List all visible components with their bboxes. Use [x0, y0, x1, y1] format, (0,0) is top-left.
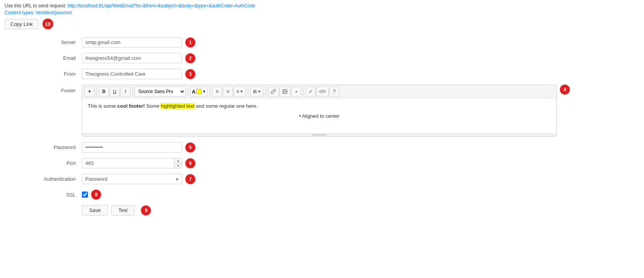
bold-btn[interactable]: B: [99, 86, 109, 97]
footer-bullet-line: • Aligned to center: [88, 110, 551, 122]
source-code-btn[interactable]: </>: [316, 86, 328, 97]
table-btn[interactable]: ⊞▼: [250, 86, 264, 97]
authentication-select-wrapper: Password None NTLM GSSAPI DIGEST-MD5 CRA…: [82, 174, 182, 184]
toolbar-separator-6: [266, 88, 266, 95]
magic-toolbar-btn[interactable]: ✦: [85, 86, 95, 97]
url-info-row: Use this URL to send request: http://loc…: [5, 3, 639, 8]
list-unordered-btn[interactable]: ≡: [212, 86, 222, 97]
port-spinners: ▲ ▼: [174, 158, 182, 168]
from-input[interactable]: [82, 69, 182, 79]
link-btn[interactable]: [268, 86, 279, 97]
password-label: Password: [12, 144, 82, 150]
footer-line-1: This is some cool footer! Some highlight…: [88, 102, 551, 110]
bullet-text: Aligned to center: [302, 113, 340, 119]
footer-editor: ✦ B U I Source Sans Pro Arial Times New …: [82, 85, 557, 137]
copy-link-button[interactable]: Copy Link: [5, 19, 39, 29]
content-types-label: Content types:: [5, 10, 34, 15]
ssl-checkbox-row: [82, 192, 88, 198]
badge-5: 5: [185, 142, 195, 153]
toolbar-separator-3: [188, 88, 188, 95]
copy-link-row: Copy Link 10: [5, 19, 639, 29]
color-dropdown-arrow: ▼: [202, 90, 206, 93]
help-btn[interactable]: ?: [329, 86, 339, 97]
badge-1: 1: [185, 37, 195, 47]
footer-label: Footer: [12, 85, 82, 93]
server-label: Server: [12, 39, 82, 45]
toolbar-separator-4: [210, 88, 210, 95]
color-indicator: [196, 89, 202, 94]
footer-text-middle: Some: [145, 103, 161, 109]
api-url-link[interactable]: http://localhost:81/api/WebEmail?to=&fro…: [68, 3, 255, 8]
badge-8: 8: [91, 190, 101, 200]
email-settings-form: Server 1 Email 2 From 3 Footer ✦ B: [12, 37, 639, 215]
image-btn[interactable]: [280, 86, 290, 97]
color-a-letter: A: [192, 89, 195, 95]
content-types-row: Content types: html/text/json/xml: [5, 10, 639, 15]
authentication-select[interactable]: Password None NTLM GSSAPI DIGEST-MD5 CRA…: [82, 174, 182, 184]
port-input-wrapper: ▲ ▼: [82, 158, 182, 168]
badge-6: 6: [185, 158, 195, 168]
toolbar-separator-5: [248, 88, 248, 95]
font-color-btn[interactable]: A ▼: [190, 86, 208, 97]
badge-10: 10: [42, 19, 53, 29]
save-button[interactable]: Save: [82, 205, 108, 215]
password-input[interactable]: [82, 142, 182, 153]
font-select[interactable]: Source Sans Pro Arial Times New Roman Co…: [135, 86, 186, 97]
ssl-checkbox[interactable]: [82, 192, 88, 198]
url-prefix-text: Use this URL to send request:: [5, 3, 66, 8]
ssl-label: SSL: [12, 192, 82, 198]
server-row: Server 1: [12, 37, 639, 47]
from-row: From 3: [12, 69, 639, 79]
bullet-char: •: [299, 113, 302, 119]
content-types-value: html/text/json/xml: [36, 10, 72, 15]
toolbar-separator-1: [97, 88, 97, 95]
badge-9: 9: [141, 205, 151, 215]
badge-4: 4: [560, 85, 570, 95]
editor-resize-bar[interactable]: [82, 133, 556, 136]
media-btn[interactable]: ▪: [291, 86, 301, 97]
port-input[interactable]: [82, 158, 182, 168]
footer-text-prefix: This is some: [88, 103, 117, 109]
badge-3: 3: [185, 69, 195, 79]
email-row: Email 2: [12, 53, 639, 63]
test-button[interactable]: Test: [111, 205, 135, 215]
svg-point-1: [284, 90, 285, 91]
badge-7: 7: [185, 174, 195, 184]
italic-btn[interactable]: I: [120, 86, 130, 97]
port-spinner-up[interactable]: ▲: [175, 158, 182, 163]
expand-btn[interactable]: ⤢: [305, 86, 315, 97]
email-label: Email: [12, 55, 82, 61]
underline-btn[interactable]: U: [110, 86, 120, 97]
footer-text-suffix: and some regular one here.: [195, 103, 258, 109]
toolbar-separator-2: [132, 88, 133, 95]
toolbar-separator-7: [303, 88, 303, 95]
align-btn[interactable]: ≡▼: [234, 86, 246, 97]
ssl-row: SSL 8: [12, 190, 639, 200]
action-buttons-row: Save Test 9: [82, 205, 639, 215]
from-label: From: [12, 71, 82, 77]
editor-content-area[interactable]: This is some cool footer! Some highlight…: [82, 98, 556, 133]
email-input[interactable]: [82, 53, 182, 63]
authentication-row: Authentication Password None NTLM GSSAPI…: [12, 174, 639, 184]
footer-row: Footer ✦ B U I Source Sans Pro Arial Tim…: [12, 85, 639, 137]
password-row: Password 5: [12, 142, 639, 153]
port-label: Port: [12, 160, 82, 166]
port-spinner-down[interactable]: ▼: [175, 163, 182, 168]
server-input[interactable]: [82, 37, 182, 47]
badge-2: 2: [185, 53, 195, 63]
editor-toolbar: ✦ B U I Source Sans Pro Arial Times New …: [82, 85, 556, 98]
authentication-label: Authentication: [12, 176, 82, 182]
resize-handle: [312, 134, 327, 136]
footer-text-highlighted: highlighted text: [161, 103, 194, 109]
footer-text-bold: cool footer!: [117, 103, 145, 109]
port-row: Port ▲ ▼ 6: [12, 158, 639, 168]
list-ordered-btn[interactable]: ≡: [223, 86, 233, 97]
